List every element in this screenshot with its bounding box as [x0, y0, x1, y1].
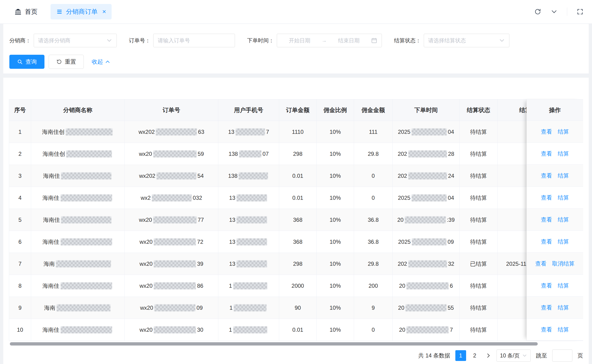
table-cell: wx2077	[125, 209, 218, 231]
tab-active-label: 分销商订单	[66, 7, 98, 16]
tab-distributor-orders[interactable]: 分销商订单 ×	[51, 4, 112, 20]
table-cell: 9	[9, 297, 31, 319]
table-row: 5海南佳wx20771336810%36.820:39待结算	[9, 209, 583, 231]
cell-text: wx202	[138, 129, 155, 135]
table-row: 3海南佳wx202541380.0110%020224待结算	[9, 165, 583, 187]
pagination-bar: 共 14 条数据 12 10 条/页 跳至 页	[9, 347, 583, 364]
cell-text: 2025	[398, 195, 410, 201]
table-row: 6海南佳wx20721336810%36.8202509待结算	[9, 231, 583, 253]
table-cell: wx2072	[125, 231, 218, 253]
table-cell: 10%	[317, 253, 354, 275]
reset-icon	[56, 59, 62, 65]
page-number-2[interactable]: 2	[469, 350, 480, 361]
cell-text: 54	[197, 173, 204, 179]
action-link[interactable]: 取消结算	[552, 260, 575, 267]
action-link[interactable]: 查看	[535, 260, 546, 267]
cell-text: 海南	[44, 304, 55, 312]
next-page-button[interactable]	[485, 352, 491, 359]
search-button[interactable]: 查询	[9, 55, 45, 69]
action-link[interactable]: 查看	[541, 150, 552, 157]
action-link[interactable]: 结算	[558, 282, 569, 289]
action-link[interactable]: 结算	[558, 216, 569, 223]
end-date-placeholder: 结束日期	[331, 37, 367, 44]
action-link[interactable]: 查看	[541, 194, 552, 202]
cell-text: 2025	[398, 239, 410, 245]
table-cell: 10%	[317, 275, 354, 297]
redacted-text	[61, 195, 112, 202]
action-link[interactable]: 查看	[541, 326, 552, 333]
collapse-link[interactable]: 收起	[92, 58, 111, 65]
table-cell: 1	[218, 275, 279, 297]
redacted-text	[412, 195, 447, 202]
settle-status-label: 结算状态：	[394, 37, 421, 44]
distributor-select[interactable]: 请选择分销商	[34, 34, 117, 47]
action-link[interactable]: 查看	[541, 128, 552, 136]
table-cell: 36.8	[354, 209, 393, 231]
op-header: 操作	[527, 99, 583, 121]
cell-text: 20	[399, 327, 405, 333]
table-cell: 1	[218, 297, 279, 319]
chevron-down-icon[interactable]	[551, 8, 558, 15]
jump-label: 跳至	[536, 352, 547, 359]
table-cell: 368	[279, 231, 317, 253]
jump-page-input[interactable]	[552, 350, 572, 362]
table-cell: 10%	[317, 297, 354, 319]
action-link[interactable]: 结算	[558, 150, 569, 157]
table-cell: 36.8	[354, 231, 393, 253]
refresh-icon[interactable]	[534, 8, 541, 15]
redacted-text	[405, 304, 446, 311]
order-no-label: 订单号：	[129, 37, 150, 44]
table-row: 10海南佳wx203010.0110%0207待结算	[9, 319, 583, 341]
fullscreen-icon[interactable]	[577, 8, 584, 15]
cell-text: 32	[448, 260, 455, 267]
reset-button[interactable]: 重置	[49, 55, 84, 69]
search-button-label: 查询	[26, 58, 37, 65]
table-cell: 10%	[317, 143, 354, 165]
total-count: 共 14 条数据	[418, 352, 450, 359]
cell-text: 1	[229, 305, 233, 311]
settle-status-select[interactable]: 请选择结算状态	[424, 34, 509, 47]
table-cell: 111	[354, 121, 393, 143]
cell-text: 09	[448, 239, 454, 245]
action-link[interactable]: 结算	[558, 238, 569, 245]
action-link[interactable]: 查看	[541, 304, 552, 311]
filter-order-no: 订单号：	[129, 34, 235, 47]
table-cell: 1	[9, 121, 31, 143]
close-tab-icon[interactable]: ×	[102, 8, 106, 15]
redacted-text	[66, 128, 113, 136]
table-cell: 29.8	[354, 143, 393, 165]
table-cell: 待结算	[460, 187, 498, 209]
orders-table-card: 序号分销商名称订单号用户手机号订单金额佣金比例佣金金额下单时间结算状态结算时间 …	[3, 78, 589, 364]
tab-home[interactable]: 首页	[8, 0, 44, 23]
cell-text: 海南佳	[43, 172, 60, 180]
redacted-text	[408, 172, 447, 179]
action-link[interactable]: 结算	[558, 326, 569, 333]
column-header: 佣金金额	[354, 99, 393, 121]
redacted-text	[152, 195, 192, 202]
action-link[interactable]: 结算	[558, 128, 569, 136]
table-cell: 29.8	[354, 253, 393, 275]
table-row: 9海南wx200919010%92055待结算	[9, 297, 583, 319]
cell-text: wx20	[139, 217, 152, 223]
cell-text: 09	[196, 305, 203, 311]
action-link[interactable]: 查看	[541, 172, 552, 179]
column-header: 分销商名称	[31, 99, 125, 121]
page-number-1[interactable]: 1	[455, 350, 466, 361]
cell-text: wx20	[139, 151, 152, 157]
cell-text: 202	[398, 173, 407, 179]
action-link[interactable]: 查看	[541, 238, 552, 245]
table-cell: 7	[9, 253, 31, 275]
search-icon	[17, 59, 23, 65]
action-link[interactable]: 结算	[558, 304, 569, 311]
order-no-input[interactable]	[153, 34, 235, 47]
scrollbar-thumb[interactable]	[10, 342, 538, 345]
table-cell: 待结算	[460, 165, 498, 187]
action-link[interactable]: 查看	[541, 216, 552, 223]
action-link[interactable]: 结算	[558, 172, 569, 179]
page-size-select[interactable]: 10 条/页	[496, 350, 531, 362]
action-link[interactable]: 结算	[558, 194, 569, 202]
cell-text: 海南佳创	[42, 128, 65, 136]
date-range-picker[interactable]: 开始日期 → 结束日期	[277, 34, 382, 47]
action-link[interactable]: 查看	[541, 282, 552, 289]
cell-text: 72	[197, 239, 203, 245]
